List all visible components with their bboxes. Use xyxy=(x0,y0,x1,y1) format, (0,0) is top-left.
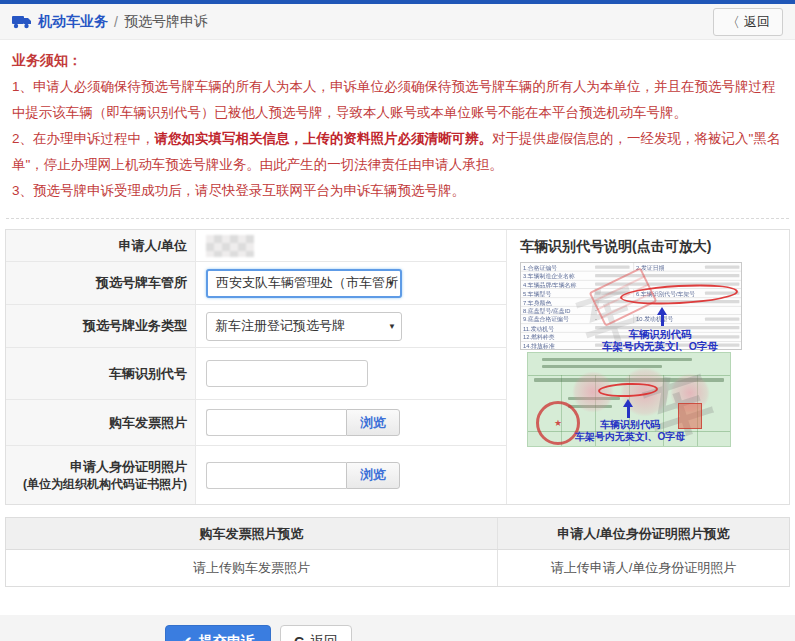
id-file-picker: 浏览 xyxy=(206,462,400,489)
row-invoice-photo: 购车发票照片 浏览 xyxy=(6,400,506,446)
chevron-left-icon: 〈 xyxy=(726,15,740,29)
row-office: 预选号牌车管所 西安支队车辆管理处（市车管所） ▼ xyxy=(6,262,506,305)
preview-table: 购车发票照片预览 申请人/单位身份证明照片预览 请上传购车发票照片 请上传申请人… xyxy=(5,517,790,587)
invoice-file-input[interactable] xyxy=(206,409,346,436)
page-header: 机动车业务 / 预选号牌申诉 〈 返回 xyxy=(0,4,795,40)
id-file-input[interactable] xyxy=(206,462,346,489)
row-applicant: 申请人/单位 xyxy=(6,230,506,262)
notice-line-1: 1、申请人必须确保待预选号牌车辆的所有人为本人，申诉单位必须确保待预选号牌车辆的… xyxy=(12,74,783,126)
vehicle-icon xyxy=(12,15,32,29)
notice-line-2: 2、在办理申诉过程中，请您如实填写相关信息，上传的资料照片必须清晰可辨。对于提供… xyxy=(12,126,783,178)
vin-input[interactable] xyxy=(206,360,368,387)
invoice-preview-placeholder: 请上传购车发票照片 xyxy=(6,550,498,586)
arrow-up-icon xyxy=(657,307,667,326)
import-certificate-image: 车 ★ 车辆识别代码 车架号内无英文I、O字母 xyxy=(527,352,731,447)
id-preview-header: 申请人/单位身份证明照片预览 xyxy=(498,518,789,549)
biz-type-select-value: 新车注册登记预选号牌 xyxy=(215,317,345,335)
id-preview-placeholder: 请上传申请人/单位身份证明照片 xyxy=(498,550,789,586)
row-id-photo: 申请人身份证明照片 (单位为组织机构代码证书照片) 浏览 xyxy=(6,446,506,504)
breadcrumb: 机动车业务 / 预选号牌申诉 xyxy=(12,13,208,31)
vin-guide-title: 车辆识别代号说明(点击可放大) xyxy=(520,238,779,256)
vin-guide-image[interactable]: 1.合格证编号2.发证日期3.车辆制造企业名称4.车辆品牌/车辆名称5.车辆型号… xyxy=(520,262,746,447)
applicant-value-redacted xyxy=(206,235,254,257)
back-button-label: 返回 xyxy=(744,13,770,31)
biz-type-label: 预选号牌业务类型 xyxy=(6,305,196,347)
invoice-photo-label: 购车发票照片 xyxy=(6,400,196,445)
invoice-browse-button[interactable]: 浏览 xyxy=(346,409,400,436)
row-biz-type: 预选号牌业务类型 新车注册登记预选号牌 ▼ xyxy=(6,305,506,348)
notice-title: 业务须知： xyxy=(12,52,783,70)
vin-annotation: 车辆识别代码 车架号内无英文I、O字母 xyxy=(560,328,760,352)
form-fields: 申请人/单位 预选号牌车管所 西安支队车辆管理处（市车管所） ▼ 预选号牌业务类… xyxy=(6,230,506,504)
breadcrumb-section[interactable]: 机动车业务 xyxy=(38,13,108,31)
breadcrumb-separator: / xyxy=(114,14,118,30)
submit-appeal-button[interactable]: ✔ 提交申诉 xyxy=(165,625,271,641)
row-vin: 车辆识别代号 xyxy=(6,348,506,400)
return-label: 返回 xyxy=(310,633,338,641)
preview-header-row: 购车发票照片预览 申请人/单位身份证明照片预览 xyxy=(6,518,789,550)
vin-annotation: 车辆识别代码 车架号内无英文I、O字母 xyxy=(528,419,731,443)
id-browse-button[interactable]: 浏览 xyxy=(346,462,400,489)
notice-section: 业务须知： 1、申请人必须确保待预选号牌车辆的所有人为本人，申诉单位必须确保待预… xyxy=(0,40,795,210)
invoice-file-picker: 浏览 xyxy=(206,409,400,436)
office-select-value: 西安支队车辆管理处（市车管所） xyxy=(216,274,402,292)
invoice-preview-header: 购车发票照片预览 xyxy=(6,518,498,549)
vin-label: 车辆识别代号 xyxy=(6,348,196,399)
appeal-form: 申请人/单位 预选号牌车管所 西安支队车辆管理处（市车管所） ▼ 预选号牌业务类… xyxy=(5,229,790,505)
refresh-icon: C xyxy=(294,634,304,641)
return-button[interactable]: C 返回 xyxy=(280,625,352,641)
preview-body-row: 请上传购车发票照片 请上传申请人/单位身份证明照片 xyxy=(6,550,789,586)
check-icon: ✔ xyxy=(181,634,192,641)
id-photo-label: 申请人身份证明照片 xyxy=(70,458,187,476)
arrow-up-icon xyxy=(623,399,633,418)
breadcrumb-current: 预选号牌申诉 xyxy=(124,13,208,31)
action-bar: ✔ 提交申诉 C 返回 xyxy=(0,615,795,641)
id-photo-sublabel: (单位为组织机构代码证书照片) xyxy=(23,476,187,492)
chevron-down-icon: ▼ xyxy=(387,279,395,288)
chevron-down-icon: ▼ xyxy=(388,322,396,331)
back-button[interactable]: 〈 返回 xyxy=(713,8,783,36)
section-divider xyxy=(6,218,789,219)
vin-guide-panel: 车辆识别代号说明(点击可放大) 1.合格证编号2.发证日期3.车辆制造企业名称4… xyxy=(506,230,789,504)
submit-appeal-label: 提交申诉 xyxy=(199,633,255,641)
office-label: 预选号牌车管所 xyxy=(6,262,196,304)
office-select[interactable]: 西安支队车辆管理处（市车管所） ▼ xyxy=(206,269,402,298)
biz-type-select[interactable]: 新车注册登记预选号牌 ▼ xyxy=(206,312,402,341)
notice-line-3: 3、预选号牌申诉受理成功后，请尽快登录互联网平台为申诉车辆预选号牌。 xyxy=(12,178,783,204)
applicant-label: 申请人/单位 xyxy=(6,230,196,261)
